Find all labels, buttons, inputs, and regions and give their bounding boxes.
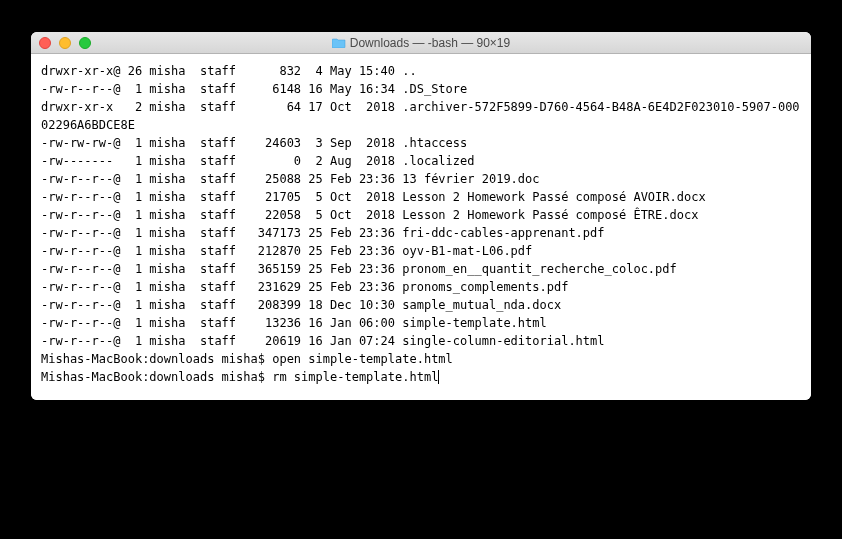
ls-line: -rw-r--r--@ 1 misha staff 231629 25 Feb … (41, 278, 801, 296)
ls-line: drwxr-xr-x 2 misha staff 64 17 Oct 2018 … (41, 98, 801, 134)
titlebar[interactable]: Downloads — -bash — 90×19 (31, 32, 811, 54)
folder-icon (332, 37, 346, 48)
window-title-wrap: Downloads — -bash — 90×19 (31, 36, 811, 50)
prompt-line: Mishas-MacBook:downloads misha$ open sim… (41, 350, 801, 368)
ls-line: -rw-r--r--@ 1 misha staff 365159 25 Feb … (41, 260, 801, 278)
ls-line: -rw-r--r--@ 1 misha staff 25088 25 Feb 2… (41, 170, 801, 188)
terminal-body[interactable]: drwxr-xr-x@ 26 misha staff 832 4 May 15:… (31, 54, 811, 400)
ls-line: -rw-rw-rw-@ 1 misha staff 24603 3 Sep 20… (41, 134, 801, 152)
ls-line: -rw-r--r--@ 1 misha staff 20619 16 Jan 0… (41, 332, 801, 350)
ls-line: -rw-r--r--@ 1 misha staff 347173 25 Feb … (41, 224, 801, 242)
ls-line: -rw-r--r--@ 1 misha staff 212870 25 Feb … (41, 242, 801, 260)
prompt-line: Mishas-MacBook:downloads misha$ rm simpl… (41, 368, 801, 386)
minimize-button[interactable] (59, 37, 71, 49)
cursor (438, 370, 439, 384)
ls-line: -rw-r--r--@ 1 misha staff 6148 16 May 16… (41, 80, 801, 98)
maximize-button[interactable] (79, 37, 91, 49)
window-title: Downloads — -bash — 90×19 (350, 36, 510, 50)
traffic-lights (31, 37, 91, 49)
ls-line: -rw-r--r--@ 1 misha staff 21705 5 Oct 20… (41, 188, 801, 206)
ls-line: -rw-r--r--@ 1 misha staff 13236 16 Jan 0… (41, 314, 801, 332)
ls-line: drwxr-xr-x@ 26 misha staff 832 4 May 15:… (41, 62, 801, 80)
close-button[interactable] (39, 37, 51, 49)
ls-line: -rw-r--r--@ 1 misha staff 22058 5 Oct 20… (41, 206, 801, 224)
ls-line: -rw-r--r--@ 1 misha staff 208399 18 Dec … (41, 296, 801, 314)
terminal-window: Downloads — -bash — 90×19 drwxr-xr-x@ 26… (31, 32, 811, 400)
ls-line: -rw------- 1 misha staff 0 2 Aug 2018 .l… (41, 152, 801, 170)
